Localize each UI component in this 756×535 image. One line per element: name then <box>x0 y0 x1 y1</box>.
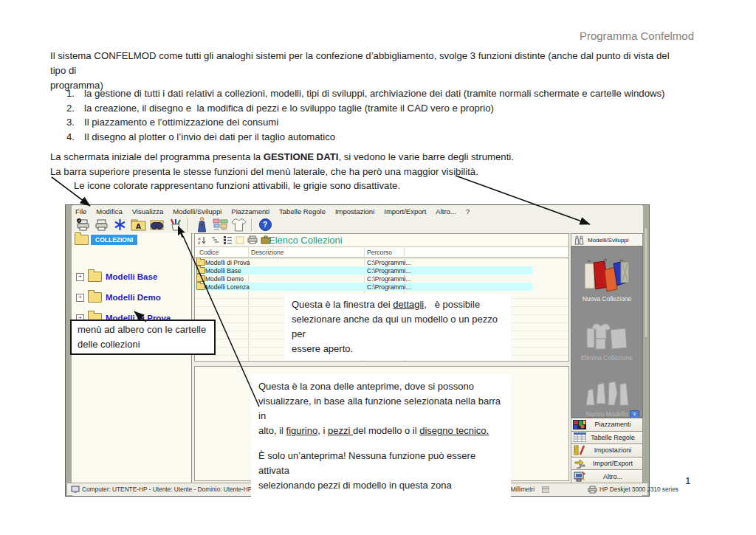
folder-icon <box>196 283 205 290</box>
mannequin-icon[interactable] <box>193 217 210 232</box>
main-toolbar: A ? <box>72 216 643 234</box>
list-item: 4.Il disegno al plotter o l’invio dei da… <box>66 130 731 145</box>
gestione-dati-bold: GESTIONE DATI <box>264 151 339 162</box>
print-icon[interactable] <box>93 217 109 232</box>
function-list: 1.la gestione di tutti i dati relativi a… <box>66 86 731 144</box>
menu-modelli-sviluppi[interactable]: Modelli/Sviluppi <box>173 207 221 215</box>
tree-root-label: COLLEZIONI <box>91 235 137 245</box>
menu-altro[interactable]: Altro... <box>436 207 456 215</box>
new-model-image <box>583 379 630 408</box>
menu-import-export[interactable]: Import/Export <box>384 207 426 215</box>
tree-root[interactable]: COLLEZIONI <box>75 235 137 245</box>
folder-search-icon[interactable]: A <box>130 217 146 232</box>
printer-status: HP Deskjet 3000 J310 series <box>584 485 682 494</box>
table-icon <box>571 432 588 442</box>
menu-impostazioni[interactable]: Impostazioni <box>335 207 374 215</box>
menu-piazzamenti[interactable]: Piazzamenti <box>231 207 269 215</box>
list-header: Codice Descrizione Percorso <box>195 246 568 258</box>
marker-icon <box>571 420 588 429</box>
note-icon[interactable] <box>236 236 244 244</box>
delete-collection-action: Elimina Collezione <box>571 322 642 362</box>
right-sidebar: Modelli/Sviluppi Nuova Collezione <box>571 233 643 483</box>
folder-icon <box>196 267 205 274</box>
menu-modifica[interactable]: Modifica <box>96 207 122 215</box>
menu-file[interactable]: File <box>75 207 86 215</box>
folder-icon <box>196 275 205 282</box>
snowflake-icon[interactable] <box>111 217 128 232</box>
preview-callout: Questa è la zona delle anteprime, dove s… <box>251 374 511 498</box>
list-toolbar: az <box>195 234 568 246</box>
body-line2: La barra superiore presenta le stesse fu… <box>50 165 715 179</box>
svg-text:A: A <box>136 223 141 230</box>
delete-collection-image <box>584 322 630 352</box>
expand-icon[interactable]: + <box>76 273 84 281</box>
mannequins-icon <box>574 235 585 245</box>
sidebar-header[interactable]: Modelli/Sviluppi <box>571 233 643 246</box>
list-item: 1.la gestione di tutti i dati relativi a… <box>66 86 731 101</box>
window-scrollbar <box>642 205 649 496</box>
tree-view-icon[interactable] <box>210 235 220 244</box>
folder-icon <box>196 259 205 266</box>
list-item: 3.Il piazzamento e l’ottimizzazione dei … <box>66 115 731 130</box>
computer-icon <box>71 486 80 494</box>
intro-line1: Il sistema CONFELMOD come tutti gli anal… <box>50 50 670 76</box>
binoculars-icon[interactable] <box>148 217 165 232</box>
list-title: Elenco Collezioni <box>269 235 343 246</box>
list-item: 2.la creazione, il disegno e la modifica… <box>66 101 731 116</box>
import-export-button[interactable]: Import/Export <box>571 458 643 471</box>
panel-icon <box>542 486 549 493</box>
tree-item[interactable]: + Modelli Base <box>76 272 157 282</box>
column-codice[interactable]: Codice <box>199 249 219 256</box>
folder-icon <box>88 272 102 282</box>
pattern-pieces-icon[interactable] <box>212 217 228 232</box>
print-list-icon[interactable] <box>247 235 258 244</box>
column-percorso[interactable]: Percorso <box>367 249 392 256</box>
toolbar-separator <box>251 218 252 232</box>
impostazioni-button[interactable]: Impostazioni <box>571 444 643 458</box>
tree-callout: menù ad albero con le cartelle delle col… <box>70 320 216 355</box>
sidebar-title: Modelli/Sviluppi <box>588 237 629 244</box>
table-row[interactable]: Modelli Lorenza C:\Programmi... <box>195 283 532 291</box>
collections-tree: COLLEZIONI + Modelli Base + Modelli Demo… <box>72 233 192 483</box>
svg-text:z: z <box>198 240 200 244</box>
folder-icon <box>75 235 89 245</box>
body-line3: Le icone colorate rappresentano funzioni… <box>50 179 715 193</box>
menu-bar: File Modifica Visualizza Modelli/Svilupp… <box>72 206 643 217</box>
sort-az-icon[interactable]: az <box>198 235 207 244</box>
print-check-icon[interactable] <box>75 217 91 232</box>
folder-icon <box>88 292 102 303</box>
new-collection-action[interactable]: Nuova Collezione <box>571 258 642 303</box>
expand-icon[interactable]: + <box>76 294 84 302</box>
piazzamenti-button[interactable]: Piazzamenti <box>571 418 643 432</box>
altro-button[interactable]: Altro... <box>571 470 643 483</box>
table-row[interactable]: Modelli Base C:\Programmi... <box>195 266 532 275</box>
tshirt-icon[interactable] <box>230 217 247 232</box>
tree-item[interactable]: + Modelli Demo <box>76 292 161 303</box>
page-title: Programma Confelmod <box>580 30 694 42</box>
sidebar-buttons: Piazzamenti Tabelle Regole Impostazioni … <box>571 418 643 483</box>
document-page: Programma Confelmod Il sistema CONFELMOD… <box>0 0 756 535</box>
tabelle-regole-button[interactable]: Tabelle Regole <box>571 432 643 445</box>
ruler-pencil-icon <box>571 445 588 455</box>
body-paragraph: La schermata iniziale del programma pres… <box>50 150 715 193</box>
table-row[interactable]: Modelli Demo C:\Programmi... <box>195 275 532 283</box>
detail-view-icon[interactable] <box>223 235 233 244</box>
column-descrizione[interactable]: Descrizione <box>251 249 284 256</box>
brush-cup-icon[interactable] <box>167 217 183 232</box>
help-icon[interactable]: ? <box>257 217 273 232</box>
computer-icon <box>571 472 588 482</box>
menu-visualizza[interactable]: Visualizza <box>132 207 164 215</box>
computer-status: Computer: UTENTE-HP - Utente: Utente - D… <box>67 485 255 494</box>
menu-help[interactable]: ? <box>466 207 470 215</box>
body-line1: La schermata iniziale del programma pres… <box>50 150 715 165</box>
details-callout: Questa è la finestra dei dettagli, è pos… <box>284 294 511 360</box>
printer-icon <box>588 486 597 494</box>
table-row[interactable]: Modelli di Prova C:\Programmi... <box>195 258 532 266</box>
new-collection-image <box>583 258 630 293</box>
scrollbar-thumb[interactable] <box>644 227 648 338</box>
toolbar-separator <box>188 218 189 232</box>
arrows-icon <box>571 459 588 469</box>
sidebar-actions: Nuova Collezione Elimina Collezione <box>571 246 643 418</box>
page-number: 1 <box>685 475 691 486</box>
menu-tabelle-regole[interactable]: Tabelle Regole <box>279 207 326 215</box>
